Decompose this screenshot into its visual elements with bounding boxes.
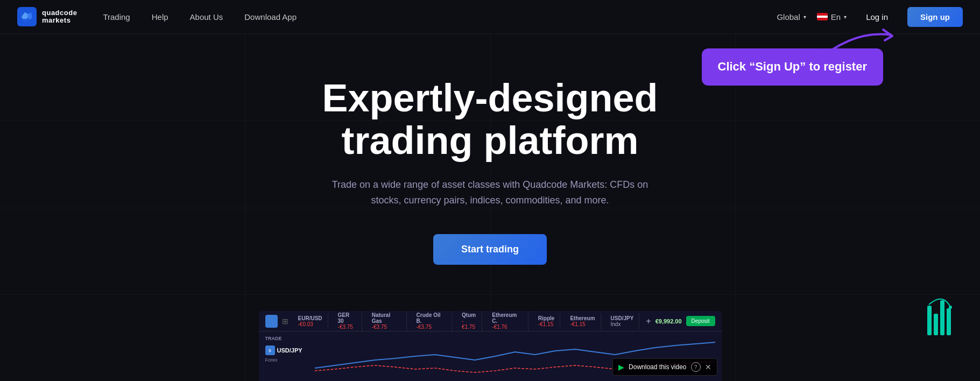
logo-text-top: quadcode xyxy=(42,9,77,17)
ticker-natgas[interactable]: Natural Gas -€3.75 xyxy=(366,311,407,332)
add-ticker-icon[interactable]: + xyxy=(646,316,651,326)
language-selector[interactable]: En ▾ xyxy=(817,12,847,22)
logo-icon xyxy=(17,7,37,26)
nav-right: Global ▾ En ▾ Log in Sign up xyxy=(777,7,963,27)
ticker-ethereum[interactable]: Ethereum -€1.15 xyxy=(565,313,601,329)
platform-content: TRADE $ USD/JPY Forex ▶ Download this vi… xyxy=(259,331,722,381)
deposit-button[interactable]: Deposit xyxy=(686,316,715,326)
nav-download-app[interactable]: Download App xyxy=(244,12,297,22)
nav-about[interactable]: About Us xyxy=(190,12,223,22)
ticker-ger30[interactable]: GER 30 -€3.75 xyxy=(333,311,362,332)
asset-name: USD/JPY xyxy=(277,347,302,354)
signup-button[interactable]: Sign up xyxy=(907,7,963,27)
logo-text-bottom: markets xyxy=(42,17,77,24)
platform-logo-small xyxy=(265,315,278,328)
trade-asset-icon: $ xyxy=(269,348,271,353)
hero-title: Expertly-designed trading platform xyxy=(322,77,658,162)
svg-rect-2 xyxy=(934,314,938,335)
svg-rect-1 xyxy=(927,306,932,335)
ticker-eurusd[interactable]: EUR/USD -€0.03 xyxy=(293,313,328,329)
svg-rect-3 xyxy=(940,300,944,335)
nav-trading[interactable]: Trading xyxy=(103,12,130,22)
global-selector[interactable]: Global ▾ xyxy=(777,12,806,22)
nav-help[interactable]: Help xyxy=(152,12,168,22)
logo[interactable]: quadcode markets xyxy=(17,7,77,26)
balance-display: €9,992.00 xyxy=(655,318,682,324)
arrow-decoration xyxy=(810,24,897,67)
nav-links: Trading Help About Us Download App xyxy=(103,12,777,22)
platform-bar-right: €9,992.00 Deposit xyxy=(655,316,715,326)
trade-label: TRADE xyxy=(265,336,308,341)
video-download-overlay: ▶ Download this video ? ✕ xyxy=(612,358,717,376)
global-label: Global xyxy=(777,12,800,22)
asset-sub: Forex xyxy=(265,357,308,363)
trade-panel: TRADE $ USD/JPY Forex xyxy=(265,336,308,363)
language-chevron-icon: ▾ xyxy=(844,14,847,20)
ticker-crudeoil[interactable]: Crude Oil B. -€3.75 xyxy=(411,311,452,332)
play-icon: ▶ xyxy=(618,363,624,371)
svg-point-5 xyxy=(949,306,952,309)
svg-rect-4 xyxy=(947,308,951,335)
ticker-ethereum-c[interactable]: Ethereum C. -€1.76 xyxy=(487,311,528,332)
login-button[interactable]: Log in xyxy=(857,8,897,26)
platform-grid-icon: ⊞ xyxy=(282,317,288,326)
flag-icon xyxy=(817,13,828,20)
start-trading-button[interactable]: Start trading xyxy=(433,234,547,265)
download-video-label[interactable]: Download this video xyxy=(629,363,686,371)
platform-topbar: ⊞ EUR/USD -€0.03 GER 30 -€3.75 Natural G… xyxy=(259,311,722,331)
platform-preview: ⊞ EUR/USD -€0.03 GER 30 -€3.75 Natural G… xyxy=(259,311,722,381)
hero-subtitle: Trade on a wide range of asset classes w… xyxy=(329,177,652,208)
ticker-ripple[interactable]: Ripple -€1.15 xyxy=(533,313,561,329)
ticker-usdjpy[interactable]: USD/JPY Indx xyxy=(605,313,640,329)
close-video-icon[interactable]: ✕ xyxy=(705,363,711,371)
ticker-qtum[interactable]: Qtum -€1.75 xyxy=(456,311,482,332)
chart-widget-icon xyxy=(926,295,958,338)
side-widget xyxy=(926,295,958,338)
global-chevron-icon: ▾ xyxy=(803,14,806,20)
info-icon[interactable]: ? xyxy=(691,362,701,372)
language-label: En xyxy=(831,12,841,22)
